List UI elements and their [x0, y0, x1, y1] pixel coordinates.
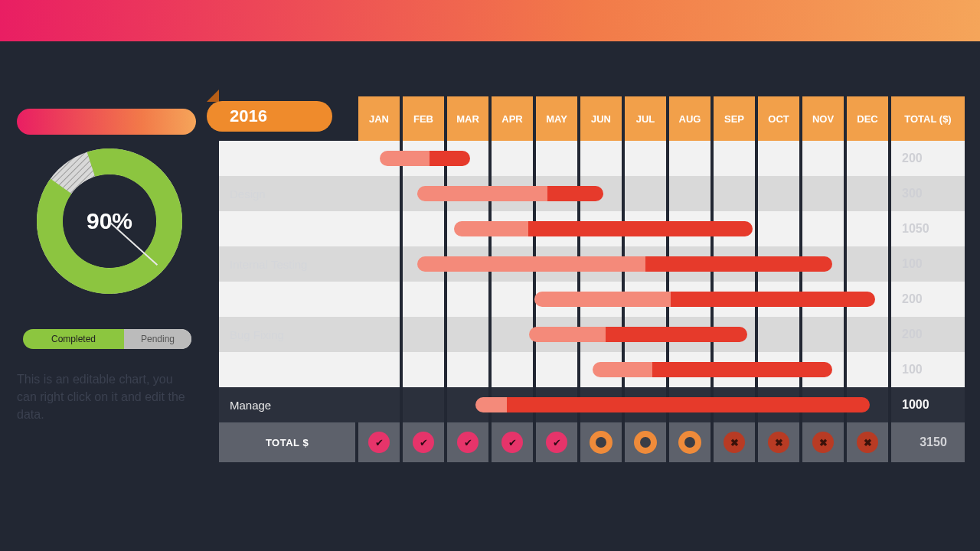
progress-ring-icon — [678, 431, 701, 454]
row-label: Bug Fixing — [219, 317, 358, 352]
row-label — [219, 141, 358, 176]
gantt-row: 1050 — [219, 211, 965, 246]
gantt-row: 200 — [219, 282, 965, 317]
row-label: Manage — [219, 387, 358, 422]
row-cells — [358, 282, 891, 317]
gantt-bar — [529, 327, 747, 342]
gantt-chart: 2016 JANFEBMARAPRMAYJUNJULAUGSEPOCTNOVDE… — [219, 96, 965, 462]
row-total: 100 — [891, 246, 965, 282]
donut-legend: Completed Pending — [23, 329, 191, 349]
month-status-cell — [669, 422, 710, 462]
row-label — [219, 282, 358, 317]
row-label — [219, 211, 358, 246]
gantt-bar — [417, 256, 833, 272]
month-header: FEB — [403, 96, 444, 141]
row-total: 100 — [891, 352, 965, 387]
progress-ring-icon — [634, 431, 657, 454]
month-status-cell: ✔ — [403, 422, 444, 462]
row-label — [219, 352, 358, 387]
year-badge: 2016 — [219, 96, 358, 141]
row-total: 200 — [891, 317, 965, 352]
row-label: Design — [219, 176, 358, 211]
month-header: MAY — [536, 96, 577, 141]
row-cells — [358, 352, 891, 387]
month-header: JUL — [625, 96, 666, 141]
row-cells — [358, 211, 891, 246]
chart-caption: This is an editable chart, you can right… — [17, 370, 193, 424]
row-label: Internal Testing — [219, 246, 358, 282]
row-cells — [358, 246, 891, 282]
check-icon: ✔ — [501, 432, 523, 453]
row-cells — [358, 141, 891, 176]
month-header: MAR — [447, 96, 488, 141]
month-status-cell — [580, 422, 622, 462]
row-total: 200 — [891, 282, 965, 317]
check-icon: ✔ — [546, 432, 567, 453]
grand-total: 3150 — [891, 422, 965, 462]
x-icon: ✖ — [724, 432, 745, 453]
check-icon: ✔ — [457, 432, 479, 453]
month-status-cell: ✔ — [358, 422, 400, 462]
gantt-bar — [534, 292, 875, 307]
x-icon: ✖ — [812, 432, 834, 453]
month-status-cell: ✔ — [536, 422, 577, 462]
gantt-row: Design300 — [219, 176, 965, 211]
gantt-bar — [593, 362, 832, 377]
row-cells — [358, 176, 891, 211]
gantt-row: Bug Fixing200 — [219, 317, 965, 352]
month-header: AUG — [669, 96, 710, 141]
footer-label: TOTAL $ — [219, 422, 355, 462]
completion-donut: 90% — [37, 148, 182, 294]
gantt-row: Internal Testing100 — [219, 246, 965, 282]
x-icon: ✖ — [857, 432, 878, 453]
check-icon: ✔ — [413, 432, 434, 453]
gantt-bar — [475, 397, 870, 412]
month-header: DEC — [847, 96, 888, 141]
legend-pending: Pending — [124, 329, 191, 349]
progress-ring-icon — [590, 431, 612, 454]
month-status-cell: ✖ — [847, 422, 888, 462]
gantt-row: 200 — [219, 141, 965, 176]
total-header: TOTAL ($) — [891, 96, 965, 141]
month-header: APR — [492, 96, 533, 141]
gantt-bar — [417, 186, 604, 201]
row-total: 1050 — [891, 211, 965, 246]
month-header: OCT — [758, 96, 799, 141]
month-status-cell: ✖ — [802, 422, 844, 462]
row-total: 200 — [891, 141, 965, 176]
month-header: JAN — [358, 96, 400, 141]
month-status-cell: ✔ — [447, 422, 488, 462]
check-icon: ✔ — [368, 432, 390, 453]
row-total: 1000 — [891, 387, 965, 422]
month-header: NOV — [802, 96, 844, 141]
top-gradient-bar — [0, 0, 980, 41]
gantt-footer: TOTAL $ ✔✔✔✔✔✖✖✖✖3150 — [219, 422, 965, 462]
month-status-cell: ✔ — [492, 422, 533, 462]
month-header: JUN — [580, 96, 622, 141]
gantt-bar — [454, 221, 753, 236]
gantt-bar — [380, 151, 470, 166]
month-status-cell: ✖ — [758, 422, 799, 462]
gantt-header: 2016 JANFEBMARAPRMAYJUNJULAUGSEPOCTNOVDE… — [219, 96, 965, 141]
x-icon: ✖ — [768, 432, 789, 453]
month-status-cell — [625, 422, 666, 462]
month-status-cell: ✖ — [714, 422, 755, 462]
gantt-row: Manage1000 — [219, 387, 965, 422]
row-cells — [358, 317, 891, 352]
row-total: 300 — [891, 176, 965, 211]
legend-completed: Completed — [23, 329, 124, 349]
month-header: SEP — [714, 96, 755, 141]
accent-pill — [17, 109, 196, 135]
gantt-row: 100 — [219, 352, 965, 387]
row-cells — [358, 387, 891, 422]
